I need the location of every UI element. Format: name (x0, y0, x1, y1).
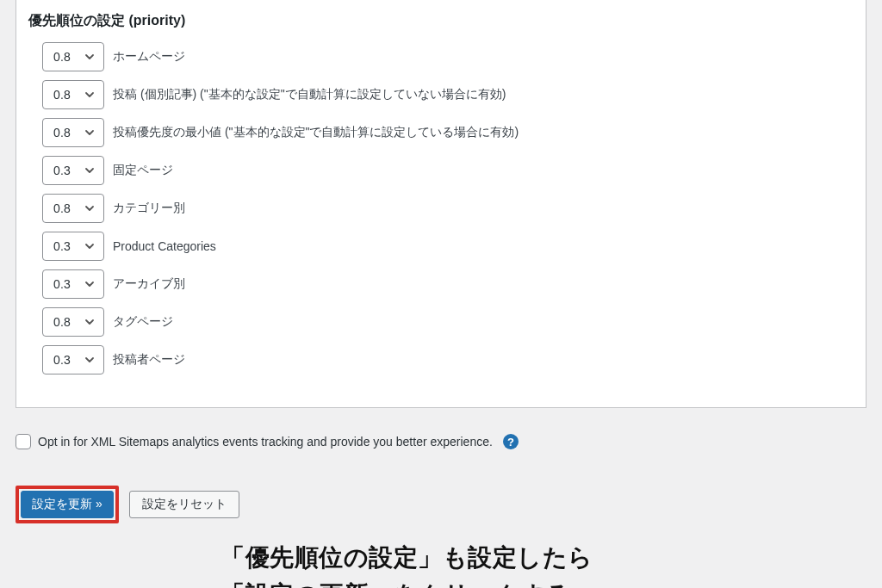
select-value: 0.8 (53, 126, 71, 139)
chevron-down-icon (84, 317, 95, 327)
chevron-down-icon (84, 279, 95, 289)
panel-title: 優先順位の設定 (priority) (16, 3, 866, 42)
chevron-down-icon (84, 165, 95, 176)
select-value: 0.8 (53, 50, 71, 64)
chevron-down-icon (84, 127, 95, 138)
row-label: 固定ページ (113, 163, 173, 178)
select-value: 0.8 (53, 315, 71, 329)
row-label: 投稿優先度の最小値 ("基本的な設定"で自動計算に設定している場合に有効) (113, 125, 519, 140)
below-panel: Opt in for XML Sitemaps analytics events… (0, 408, 882, 449)
annotation-line-1: 「優先順位の設定」も設定したら (220, 539, 882, 576)
chevron-down-icon (84, 355, 95, 365)
annotation-line-2: 「設定の更新」をクリックする (220, 576, 882, 588)
chevron-down-icon (84, 52, 95, 62)
priority-select-tags[interactable]: 0.8 (42, 307, 104, 337)
instruction-annotation: 「優先順位の設定」も設定したら 「設定の更新」をクリックする (0, 523, 882, 588)
priority-select-categories[interactable]: 0.8 (42, 194, 104, 223)
priority-row-pages: 0.3 固定ページ (42, 156, 859, 185)
priority-row-homepage: 0.8 ホームページ (42, 42, 859, 71)
chevron-down-icon (84, 90, 95, 100)
select-value: 0.8 (53, 88, 71, 102)
priority-select-product-categories[interactable]: 0.3 (42, 232, 104, 261)
priority-select-archives[interactable]: 0.3 (42, 269, 104, 299)
priority-row-archives: 0.3 アーカイブ別 (42, 269, 859, 299)
row-label: ホームページ (113, 49, 185, 65)
reset-settings-button[interactable]: 設定をリセット (129, 491, 239, 518)
row-label: タグページ (113, 314, 173, 330)
chevron-down-icon (84, 241, 95, 251)
optin-checkbox[interactable] (16, 434, 31, 449)
select-value: 0.3 (53, 277, 71, 291)
select-value: 0.3 (53, 164, 71, 177)
priority-row-tags: 0.8 タグページ (42, 307, 859, 337)
chevron-down-icon (84, 203, 95, 214)
panel-inner: 優先順位の設定 (priority) 0.8 ホームページ 0.8 投稿 (個別… (16, 0, 866, 407)
help-icon[interactable]: ? (503, 434, 519, 449)
primary-button-highlight: 設定を更新 » (16, 486, 119, 523)
priority-select-pages[interactable]: 0.3 (42, 156, 104, 185)
select-value: 0.8 (53, 201, 71, 215)
save-settings-button[interactable]: 設定を更新 » (21, 491, 114, 518)
priority-select-post-min[interactable]: 0.8 (42, 118, 104, 147)
row-label: カテゴリー別 (113, 201, 185, 216)
priority-row-authors: 0.3 投稿者ページ (42, 345, 859, 374)
priority-settings-panel: 優先順位の設定 (priority) 0.8 ホームページ 0.8 投稿 (個別… (16, 0, 866, 408)
priority-select-homepage[interactable]: 0.8 (42, 42, 104, 71)
row-label: 投稿者ページ (113, 352, 185, 368)
select-value: 0.3 (53, 239, 71, 253)
row-label: アーカイブ別 (113, 276, 185, 292)
optin-row: Opt in for XML Sitemaps analytics events… (16, 434, 866, 449)
button-row: 設定を更新 » 設定をリセット (0, 449, 882, 523)
settings-page: 優先順位の設定 (priority) 0.8 ホームページ 0.8 投稿 (個別… (0, 0, 882, 588)
priority-row-post-min: 0.8 投稿優先度の最小値 ("基本的な設定"で自動計算に設定している場合に有効… (42, 118, 859, 147)
row-label: Product Categories (113, 239, 216, 253)
select-value: 0.3 (53, 353, 71, 367)
priority-row-posts: 0.8 投稿 (個別記事) ("基本的な設定"で自動計算に設定していない場合に有… (42, 80, 859, 109)
priority-row-categories: 0.8 カテゴリー別 (42, 194, 859, 223)
optin-label: Opt in for XML Sitemaps analytics events… (38, 435, 493, 449)
priority-select-posts[interactable]: 0.8 (42, 80, 104, 109)
priority-row-product-categories: 0.3 Product Categories (42, 232, 859, 261)
row-label: 投稿 (個別記事) ("基本的な設定"で自動計算に設定していない場合に有効) (113, 87, 506, 102)
priority-rows: 0.8 ホームページ 0.8 投稿 (個別記事) ("基本的な設定"で自動計算に… (16, 42, 866, 374)
priority-select-authors[interactable]: 0.3 (42, 345, 104, 374)
